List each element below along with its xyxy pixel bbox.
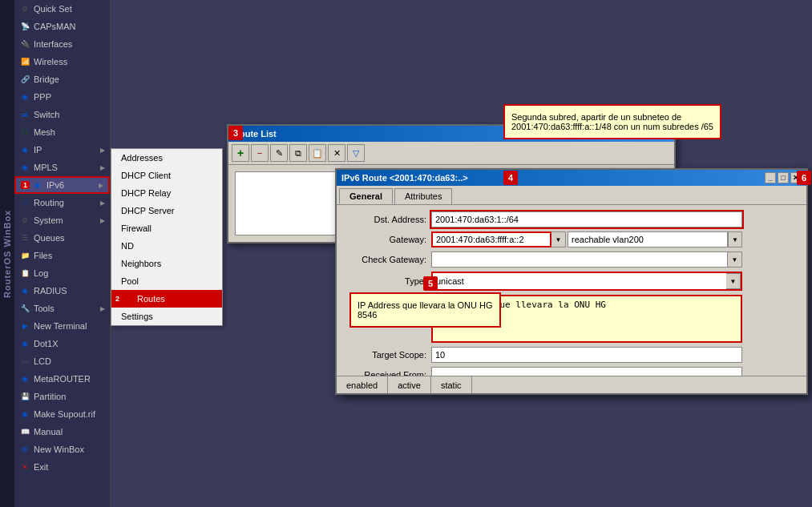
sidebar-label: Partition [34,392,105,401]
type-input[interactable] [433,273,726,289]
check-gateway-group: ▼ [431,251,742,268]
remove-route-button[interactable]: − [251,144,269,162]
dialog-maximize-button[interactable]: □ [778,172,789,183]
dot1x-icon: ◉ [19,338,30,349]
sidebar-label: Log [34,268,105,278]
sidebar-item-tools[interactable]: 🔧 Tools ▶ [14,300,110,317]
tab-attributes[interactable]: Attributes [394,188,452,204]
system-arrow: ▶ [100,217,105,224]
sidebar-label: Mesh [34,127,105,137]
target-scope-label: Target Scope: [343,350,431,360]
submenu-routes-label: Routes [137,294,165,304]
queues-icon: ☰ [19,232,30,243]
log-icon: 📋 [19,268,30,279]
ip-icon: ◉ [19,144,30,155]
sidebar-item-metarouter[interactable]: ◉ MetaROUTER [14,370,110,388]
status-active: active [388,376,431,393]
type-dropdown[interactable]: ▼ [726,273,741,289]
status-enabled: enabled [337,376,388,393]
sidebar-label: CAPsMAN [34,22,105,31]
submenu-neighbors[interactable]: Neighbors [111,255,222,272]
submenu-dhcp-server[interactable]: DHCP Server [111,202,222,219]
sidebar-label: PPP [34,92,105,102]
sidebar-item-mpls[interactable]: ◉ MPLS ▶ [14,159,110,176]
annotation-badge-4: 4 [503,171,518,185]
check-gateway-label: Check Gateway: [343,255,431,264]
annotation-text-bottom: IP Address que llevara la ONU HG 8546 [358,300,493,320]
sidebar-item-quick-set[interactable]: ⚙ Quick Set [14,0,110,18]
sidebar-item-ipv6[interactable]: 1 ◉ IPv6 ▶ [14,176,110,194]
check-gateway-input[interactable] [431,251,728,268]
target-scope-input[interactable] [431,347,742,363]
add-route-button[interactable]: + [232,144,249,162]
sidebar-item-wireless[interactable]: 📶 Wireless [14,53,110,70]
sidebar-item-manual[interactable]: 📖 Manual [14,423,110,441]
sidebar-item-make-supout[interactable]: ◉ Make Supout.rif [14,405,110,423]
dst-address-label: Dst. Address: [343,215,431,224]
submenu-dhcp-client[interactable]: DHCP Client [111,167,222,184]
ipv6-arrow: ▶ [99,182,103,189]
sidebar-item-system[interactable]: ⚙ System ▶ [14,211,110,229]
filter-button[interactable]: ▽ [347,144,365,162]
lcd-icon: ▭ [19,356,30,367]
submenu-dhcp-relay[interactable]: DHCP Relay [111,184,222,202]
paste-route-button[interactable]: 📋 [309,144,326,162]
sidebar-item-ip[interactable]: ◉ IP ▶ [14,141,110,159]
sidebar-item-interfaces[interactable]: 🔌 Interfaces [14,35,110,53]
route-dialog: IPv6 Route <2001:470:da63:..> _ □ ✕ Gene… [335,168,808,395]
edit-route-button[interactable]: ✎ [270,144,288,162]
sidebar-item-queues[interactable]: ☰ Queues [14,229,110,247]
sidebar-label: New WinBox [34,445,105,454]
sidebar-item-lcd[interactable]: ▭ LCD [14,352,110,370]
sidebar-item-capsman[interactable]: 📡 CAPsMAN [14,18,110,35]
sidebar-item-partition[interactable]: 💾 Partition [14,388,110,405]
dst-address-row: Dst. Address: [343,211,742,227]
gateway-label: Gateway: [343,235,431,244]
dialog-statusbar: enabled active static [337,376,806,393]
ipv6-submenu: Addresses DHCP Client DHCP Relay DHCP Se… [111,148,223,326]
sidebar-item-new-winbox[interactable]: ⊞ New WinBox [14,441,110,458]
capsman-icon: 📡 [19,21,30,32]
submenu-nd[interactable]: ND [111,237,222,255]
sidebar-item-log[interactable]: 📋 Log [14,264,110,282]
sidebar-label: System [34,215,100,225]
sidebar-item-exit[interactable]: ✕ Exit [14,458,110,476]
sidebar-item-dot1x[interactable]: ◉ Dot1X [14,335,110,352]
annotation-badge-5: 5 [423,276,438,291]
check-gateway-dropdown[interactable]: ▼ [728,251,742,268]
sidebar-item-bridge[interactable]: 🔗 Bridge [14,70,110,88]
sidebar-label: Dot1X [34,339,105,348]
dst-address-input[interactable] [431,211,742,227]
submenu-routes[interactable]: 2 Routes [111,290,222,308]
bridge-icon: 🔗 [19,74,30,85]
sidebar-label: MetaROUTER [34,374,105,384]
interfaces-icon: 🔌 [19,38,30,50]
dialog-minimize-button[interactable]: _ [765,172,776,183]
sidebar-label: Routing [34,198,100,207]
gateway-dropdown-btn[interactable]: ▼ [551,231,566,247]
sidebar-item-files[interactable]: 📁 Files [14,247,110,264]
sidebar-item-routing[interactable]: ↔ Routing ▶ [14,194,110,211]
type-row: Type: ▼ [343,272,742,291]
submenu-firewall[interactable]: Firewall [111,219,222,237]
sidebar-item-switch[interactable]: ⇄ Switch [14,106,110,123]
tab-general[interactable]: General [339,188,393,204]
sidebar-item-new-terminal[interactable]: ▶ New Terminal [14,317,110,335]
gateway-input[interactable] [431,231,551,247]
sidebar-item-mesh[interactable]: ⬡ Mesh [14,123,110,141]
submenu-addresses[interactable]: Addresses [111,149,222,167]
copy-route-button[interactable]: ⧉ [289,144,307,162]
terminal-icon: ▶ [19,320,30,332]
sidebar-item-ppp[interactable]: ◉ PPP [14,88,110,106]
gateway-note-dropdown[interactable]: ▼ [728,231,742,247]
sidebar-label: Switch [34,110,105,119]
submenu-settings[interactable]: Settings [111,308,222,325]
sidebar-item-radius[interactable]: ◉ RADIUS [14,282,110,300]
sidebar-label: IPv6 [46,180,99,190]
gateway-note-input[interactable] [568,231,728,247]
submenu-pool[interactable]: Pool [111,272,222,290]
delete-route-button[interactable]: ✕ [328,144,345,162]
mpls-arrow: ▶ [100,164,105,171]
badge-1: 1 [21,181,30,189]
sidebar-label: Bridge [34,74,105,84]
